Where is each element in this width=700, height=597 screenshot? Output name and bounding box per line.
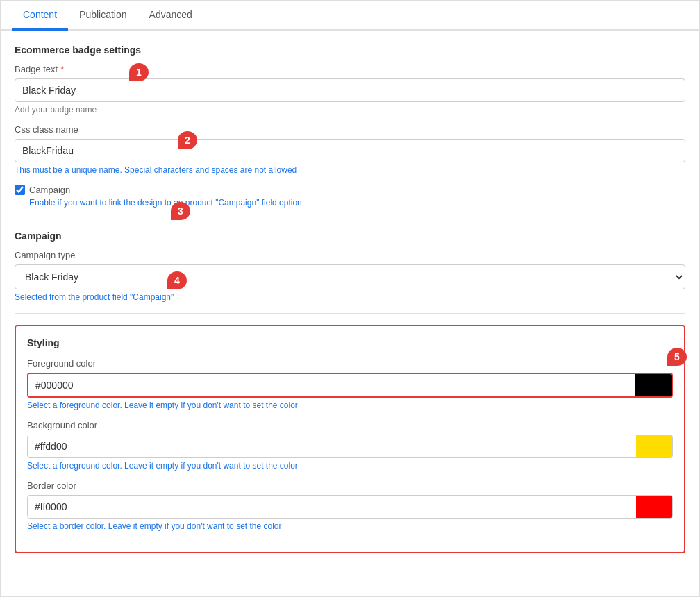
annotation-3: 3 [171, 202, 190, 220]
background-color-hint: Select a foreground color. Leave it empt… [27, 461, 673, 471]
styling-title: Styling [27, 337, 673, 348]
badge-text-group: Badge text * Add your badge name [15, 64, 685, 115]
foreground-color-label: Foreground color [27, 358, 673, 369]
badge-text-input[interactable] [15, 78, 685, 102]
badge-settings-title: Ecommerce badge settings [15, 44, 685, 56]
foreground-color-input[interactable] [28, 374, 635, 396]
background-color-input[interactable] [28, 435, 636, 457]
campaign-checkbox-label: Campaign [29, 185, 70, 195]
campaign-type-hint: Selected from the product field "Campaig… [15, 292, 685, 302]
annotation-4: 4 [167, 271, 187, 289]
css-class-group: Css class name This must be a unique nam… [15, 124, 685, 175]
tab-publication[interactable]: Publication [68, 1, 138, 31]
required-marker: * [60, 64, 64, 74]
border-color-group: Border color Select a border color. Leav… [27, 480, 673, 531]
campaign-section: Campaign Campaign type Black Friday Summ… [15, 230, 685, 302]
border-color-hint: Select a border color. Leave it empty if… [27, 521, 673, 531]
divider-1 [15, 219, 685, 219]
background-color-swatch[interactable] [636, 435, 672, 457]
divider-2 [15, 313, 685, 314]
foreground-color-swatch[interactable] [635, 374, 672, 396]
tab-content[interactable]: Content [12, 1, 68, 31]
annotation-5: 5 [667, 348, 687, 366]
annotation-1: 1 [129, 63, 149, 81]
border-color-label: Border color [27, 480, 673, 491]
tab-bar: Content Publication Advanced [1, 1, 699, 31]
foreground-color-input-row [27, 373, 673, 398]
css-class-label: Css class name [15, 124, 685, 135]
campaign-type-select[interactable]: Black Friday Summer Sale Christmas Easte… [15, 264, 685, 289]
main-content: Ecommerce badge settings Badge text * Ad… [1, 31, 699, 567]
css-class-input[interactable] [15, 139, 685, 162]
background-color-input-row [27, 435, 673, 458]
css-class-hint: This must be a unique name. Special char… [15, 165, 685, 175]
campaign-checkbox-hint: Enable if you want to link the design to… [29, 198, 685, 208]
border-color-input[interactable] [28, 496, 636, 518]
badge-text-hint: Add your badge name [15, 105, 685, 115]
border-color-swatch[interactable] [636, 496, 672, 518]
border-color-input-row [27, 495, 673, 519]
campaign-type-label: Campaign type [15, 250, 685, 260]
annotation-2: 2 [178, 131, 197, 149]
foreground-color-hint: Select a foreground color. Leave it empt… [27, 401, 673, 410]
page-container: 1 2 3 4 5 Content Publication Advanced E… [0, 0, 700, 597]
background-color-label: Background color [27, 420, 673, 430]
campaign-section-title: Campaign [15, 230, 685, 242]
campaign-checkbox-group: Campaign Enable if you want to link the … [15, 185, 685, 208]
background-color-group: Background color Select a foreground col… [27, 420, 673, 471]
badge-text-label: Badge text * [15, 64, 685, 74]
styling-section: Styling Foreground color Select a foregr… [15, 325, 685, 553]
campaign-checkbox[interactable] [15, 185, 25, 195]
foreground-color-group: Foreground color Select a foreground col… [27, 358, 673, 410]
tab-advanced[interactable]: Advanced [138, 1, 203, 31]
